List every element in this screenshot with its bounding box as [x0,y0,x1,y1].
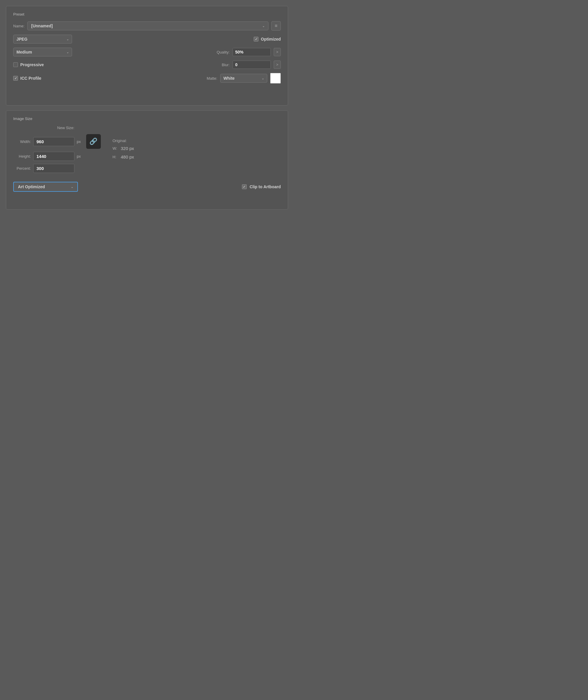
chevron-down-icon: ⌄ [262,24,265,28]
original-size-section: Original: W: 320 px H: 480 px [113,126,160,176]
matte-label: Matte: [207,76,217,81]
name-label: Name: [13,24,24,28]
height-input[interactable] [33,152,74,161]
new-size-section: New Size: Width: px 🔗 Height: px Percent… [13,126,101,176]
icc-matte-row: ICC Profile Matte: White ⌄ [13,73,281,83]
new-size-label: New Size: [31,126,101,130]
image-size-section-title: Image Size [13,116,281,121]
quality-preset-value: Medium [16,50,32,54]
optimized-label: Optimized [261,37,281,41]
clip-artboard-label: Clip to Artboard [250,184,281,189]
image-size-panel: Image Size New Size: Width: px 🔗 Height:… [6,110,288,210]
percent-label: Percent: [13,166,31,171]
link-icon: 🔗 [89,138,97,145]
quality-input[interactable] [233,48,271,56]
height-label: Height: [13,154,31,158]
preset-section-title: Preset [13,12,281,16]
name-dropdown[interactable]: [Unnamed] ⌄ [27,21,268,30]
link-dimensions-button[interactable]: 🔗 [86,134,101,149]
blur-arrow-button[interactable]: > [274,61,281,69]
icc-profile-checkbox-wrapper[interactable]: ICC Profile [13,76,41,81]
format-optimized-row: JPEG ⌄ Optimized [13,35,281,44]
resample-value: Art Optimized [18,184,45,189]
original-height-row: H: 480 px [113,154,160,159]
original-width-row: W: 320 px [113,146,160,151]
quality-preset-dropdown[interactable]: Medium ⌄ [13,48,72,56]
progressive-checkbox-wrapper[interactable]: Progressive [13,62,44,67]
clip-artboard-wrapper[interactable]: Clip to Artboard [242,184,281,189]
width-input[interactable] [33,137,74,146]
width-px-label: px [77,139,81,144]
name-row: Name: [Unnamed] ⌄ ≡ [13,21,281,31]
progressive-checkbox[interactable] [13,62,18,67]
format-value: JPEG [16,37,27,41]
chevron-down-icon: ⌄ [71,185,73,188]
blur-label: Blur: [222,63,230,67]
bottom-controls-row: Art Optimized ⌄ Clip to Artboard [13,182,281,192]
quality-label: Quality: [217,50,230,54]
chevron-down-icon: ⌄ [262,77,264,80]
clip-artboard-checkbox[interactable] [242,184,247,189]
quality-arrow-button[interactable]: > [274,48,281,56]
progressive-label: Progressive [20,62,44,67]
original-w-value: 320 px [121,146,134,151]
width-row: Width: px 🔗 [13,134,101,149]
matte-control: White ⌄ [220,73,281,83]
matte-value: White [223,76,235,81]
percent-row: Percent: [13,164,101,173]
percent-input[interactable] [33,164,74,173]
optimized-checkbox-wrapper[interactable]: Optimized [254,37,281,41]
blur-input[interactable] [233,61,271,69]
progressive-blur-row: Progressive Blur: > [13,61,281,69]
list-icon: ≡ [275,23,277,29]
icc-profile-label: ICC Profile [20,76,41,81]
matte-dropdown[interactable]: White ⌄ [220,74,267,83]
preset-panel: Preset Name: [Unnamed] ⌄ ≡ JPEG ⌄ Optimi… [6,6,288,106]
original-label: Original: [113,138,160,143]
original-w-label: W: [113,146,118,151]
original-h-value: 480 px [121,154,134,159]
image-size-content: New Size: Width: px 🔗 Height: px Percent… [13,126,281,176]
name-value: [Unnamed] [31,24,53,28]
width-label: Width: [13,139,31,144]
height-row: Height: px [13,152,101,161]
optimized-checkbox[interactable] [254,37,258,41]
format-dropdown[interactable]: JPEG ⌄ [13,35,72,44]
original-h-label: H: [113,155,118,159]
resample-dropdown[interactable]: Art Optimized ⌄ [13,182,78,192]
chevron-down-icon: ⌄ [66,51,69,54]
icc-profile-checkbox[interactable] [13,76,18,81]
matte-color-swatch[interactable] [270,73,281,83]
preset-list-button[interactable]: ≡ [271,21,281,31]
height-px-label: px [77,154,81,158]
quality-row: Medium ⌄ Quality: > [13,48,281,56]
chevron-down-icon: ⌄ [66,38,69,41]
